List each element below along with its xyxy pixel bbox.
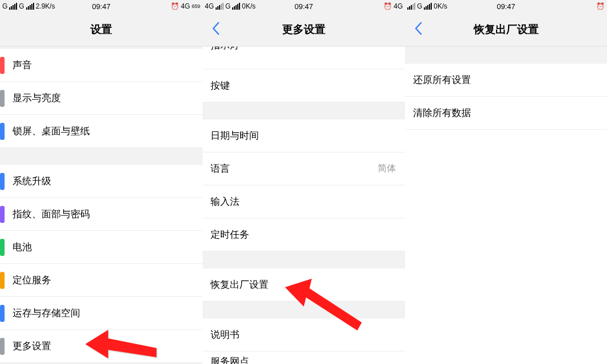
fingerprint-icon: [0, 206, 5, 223]
carrier-label: G: [417, 2, 422, 10]
status-bar: G 0K/s 09:47 ⏰: [405, 0, 607, 13]
status-bar: G G 2.9K/s 09:47 ⏰ 4G 659: [0, 0, 203, 13]
item-label: 运存与存储空间: [13, 307, 80, 320]
settings-item-battery[interactable]: 电池: [0, 231, 203, 264]
display-icon: [0, 90, 5, 107]
settings-item-service[interactable]: 服务网点: [203, 351, 405, 364]
net-speed: 0K/s: [242, 2, 255, 10]
page-title: 设置: [90, 22, 112, 37]
settings-item-clear-all[interactable]: 清除所有数据: [405, 97, 607, 130]
item-label: 显示与亮度: [13, 92, 61, 105]
settings-item-more[interactable]: 更多设置: [0, 330, 203, 363]
settings-item-display[interactable]: 显示与亮度: [0, 82, 203, 115]
settings-item-timer[interactable]: 定时任务: [203, 218, 405, 251]
settings-item-keys[interactable]: 按键: [203, 69, 405, 102]
item-value: 简体: [378, 163, 396, 175]
fourg-label: 4G: [205, 2, 214, 10]
battery-icon: [0, 239, 5, 256]
settings-item-biometric[interactable]: 指纹、面部与密码: [0, 198, 203, 231]
settings-item-factory-reset[interactable]: 恢复出厂设置: [203, 268, 405, 301]
signal-icon: [26, 3, 34, 10]
alarm-icon: ⏰: [171, 2, 179, 10]
alarm-icon: ⏰: [596, 2, 605, 10]
signal-icon: [407, 3, 415, 10]
item-label: 电池: [13, 241, 32, 254]
alarm-icon: ⏰: [383, 2, 392, 10]
item-label: 日期与时间: [210, 129, 259, 142]
storage-icon: [0, 305, 5, 322]
item-label: 系统升级: [13, 175, 51, 188]
item-label: 还原所有设置: [413, 73, 471, 86]
location-icon: [0, 272, 5, 289]
item-label: 定时任务: [210, 228, 249, 241]
sound-icon: [0, 57, 5, 74]
settings-item-language[interactable]: 语言简体: [203, 152, 405, 185]
fourg-label: 4G: [181, 2, 190, 10]
signal-icon: [424, 3, 432, 10]
item-label: 指示灯: [210, 47, 240, 52]
more-icon: [0, 338, 5, 355]
item-label: 定位服务: [13, 274, 51, 287]
fourg-label: 4G: [394, 2, 403, 10]
item-label: 声音: [13, 59, 32, 72]
back-button[interactable]: [212, 22, 220, 38]
nav-bar: 更多设置: [203, 13, 405, 47]
pct: 659: [192, 3, 200, 9]
status-time: 09:47: [295, 2, 313, 11]
item-label: 锁屏、桌面与壁纸: [13, 125, 90, 138]
item-label: 输入法: [210, 195, 240, 208]
item-label: 服务网点: [210, 355, 249, 364]
settings-item-lockscreen[interactable]: 锁屏、桌面与壁纸: [0, 115, 203, 148]
page-title: 更多设置: [282, 22, 325, 37]
net-speed: 0K/s: [433, 2, 447, 10]
settings-item-upgrade[interactable]: 系统升级: [0, 165, 203, 198]
status-time: 09:47: [92, 2, 111, 11]
item-label: 按键: [210, 79, 230, 92]
item-label: 指纹、面部与密码: [13, 208, 90, 221]
signal-icon: [232, 3, 240, 10]
settings-item-sound[interactable]: 声音: [0, 49, 203, 82]
settings-item-datetime[interactable]: 日期与时间: [203, 119, 405, 152]
status-time: 09:47: [497, 2, 515, 11]
nav-bar: 恢复出厂设置: [405, 13, 607, 47]
carrier-label: G: [225, 2, 230, 10]
settings-item-indicator[interactable]: 指示灯: [203, 47, 405, 69]
lockscreen-icon: [0, 123, 5, 140]
settings-item-manual[interactable]: 说明书: [203, 318, 405, 351]
item-label: 恢复出厂设置: [210, 278, 269, 291]
settings-item-location[interactable]: 定位服务: [0, 264, 203, 297]
nav-bar: 设置: [0, 13, 203, 47]
page-title: 恢复出厂设置: [474, 22, 539, 37]
signal-icon: [9, 3, 17, 10]
status-bar: 4G G 0K/s 09:47 ⏰ 4G: [203, 0, 405, 13]
carrier-label: G: [19, 2, 24, 10]
item-label: 说明书: [210, 328, 240, 341]
net-speed: 2.9K/s: [36, 2, 55, 10]
signal-icon: [216, 3, 224, 10]
item-label: 语言: [210, 162, 230, 175]
settings-item-storage[interactable]: 运存与存储空间: [0, 297, 203, 330]
item-label: 清除所有数据: [413, 106, 471, 119]
back-button[interactable]: [414, 22, 422, 38]
upgrade-icon: [0, 173, 5, 190]
carrier-label: G: [2, 2, 7, 10]
settings-item-reset-all[interactable]: 还原所有设置: [405, 64, 607, 97]
settings-item-input[interactable]: 输入法: [203, 185, 405, 218]
item-label: 更多设置: [13, 340, 51, 353]
